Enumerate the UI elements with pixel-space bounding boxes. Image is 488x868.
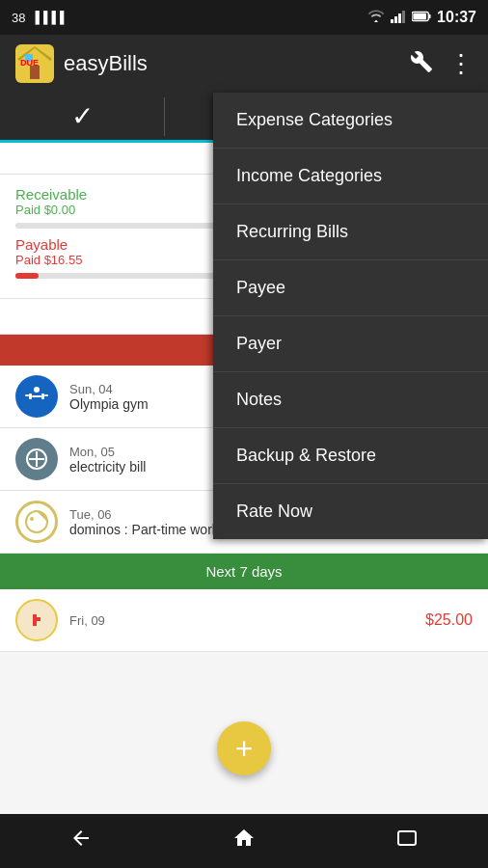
app-title: easyBills — [64, 51, 148, 76]
notification-icon: 38 — [12, 11, 25, 25]
signal-bars-icon — [391, 10, 406, 26]
dropdown-overlay: Expense Categories Income Categories Rec… — [0, 93, 488, 868]
menu-item-payer[interactable]: Payer — [213, 316, 488, 372]
wifi-icon — [367, 10, 385, 26]
status-time: 10:37 — [437, 9, 476, 26]
signal-icon: ▐▐▐▐ — [31, 11, 64, 24]
menu-item-payee[interactable]: Payee — [213, 260, 488, 316]
svg-rect-0 — [391, 19, 393, 23]
svg-rect-3 — [402, 11, 405, 23]
app-bar: DUE easyBills ⋮ — [0, 35, 488, 93]
tools-icon[interactable] — [410, 50, 433, 78]
app-logo: DUE — [15, 44, 54, 83]
svg-rect-6 — [413, 14, 426, 19]
status-bar: 38 ▐▐▐▐ 10:37 — [0, 0, 488, 35]
svg-rect-1 — [394, 16, 397, 23]
status-right: 10:37 — [367, 9, 476, 26]
menu-item-income-categories[interactable]: Income Categories — [213, 149, 488, 204]
menu-item-backup-restore[interactable]: Backup & Restore — [213, 428, 488, 484]
app-bar-right: ⋮ — [410, 49, 473, 79]
menu-item-expense-categories[interactable]: Expense Categories — [213, 93, 488, 149]
battery-icon — [412, 10, 431, 25]
status-left: 38 ▐▐▐▐ — [12, 11, 64, 25]
svg-rect-2 — [398, 14, 401, 23]
app-bar-left: DUE easyBills — [15, 44, 148, 83]
svg-rect-5 — [429, 14, 431, 19]
svg-rect-9 — [30, 66, 40, 79]
svg-text:DUE: DUE — [20, 58, 39, 68]
dropdown-menu: Expense Categories Income Categories Rec… — [213, 93, 488, 539]
menu-item-recurring-bills[interactable]: Recurring Bills — [213, 204, 488, 260]
more-options-icon[interactable]: ⋮ — [448, 49, 473, 79]
menu-item-rate-now[interactable]: Rate Now — [213, 484, 488, 539]
menu-item-notes[interactable]: Notes — [213, 372, 488, 428]
